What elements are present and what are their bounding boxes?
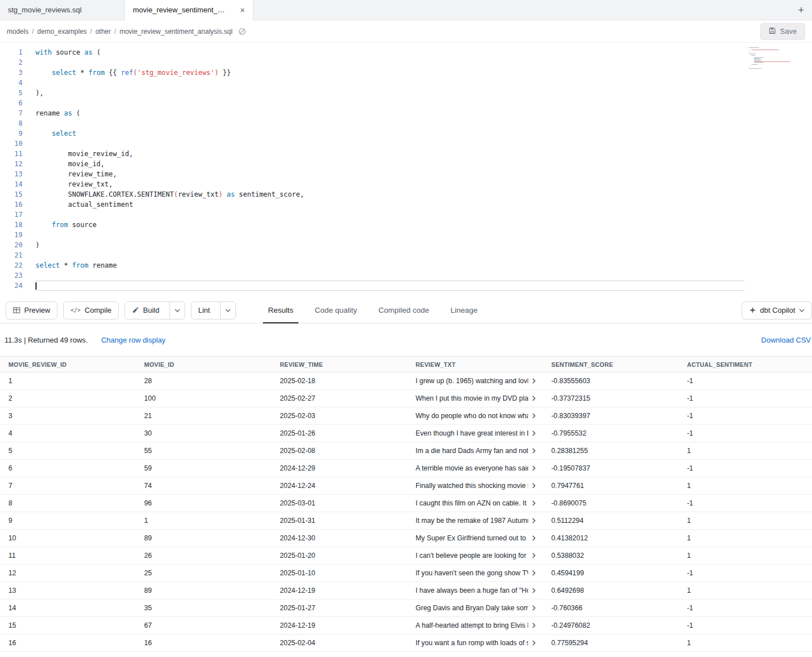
line-content: with source as ( — [35, 47, 101, 57]
cell-text: 2024-12-19 — [280, 622, 315, 629]
line-content: review_time, — [35, 169, 117, 179]
code-line[interactable]: 9 select — [0, 128, 812, 139]
code-line[interactable]: 24 — [0, 281, 812, 291]
cell-text: When I put this movie in my DVD playe… — [416, 394, 528, 402]
code-line[interactable]: 8 — [0, 118, 812, 128]
cell: My Super Ex Girlfriend turned out to b… — [407, 530, 543, 547]
code-line[interactable]: 2 — [0, 57, 812, 68]
expand-cell-icon[interactable] — [532, 483, 536, 489]
line-number: 11 — [0, 149, 23, 159]
code-line[interactable]: 5), — [0, 88, 812, 98]
code-line[interactable]: 4 — [0, 78, 812, 88]
dbt-copilot-button[interactable]: dbt Copilot — [742, 301, 812, 319]
breadcrumb: models/demo_examples/other/movie_review_… — [7, 28, 233, 35]
preview-button[interactable]: Preview — [6, 301, 57, 319]
cell: 2024-12-29 — [271, 460, 407, 477]
breadcrumb-item[interactable]: other — [95, 28, 110, 35]
build-button[interactable]: Build — [124, 301, 185, 319]
code-editor[interactable]: 1with source as (23 select * from {{ ref… — [0, 47, 812, 291]
breadcrumb-item[interactable]: movie_review_sentiment_analysis.sql — [119, 28, 233, 35]
cell: 1 — [679, 512, 812, 529]
code-line[interactable]: 3 select * from {{ ref('stg_movie_review… — [0, 68, 812, 78]
code-line[interactable]: 15 SNOWFLAKE.CORTEX.SENTIMENT(review_txt… — [0, 189, 812, 199]
download-csv-link[interactable]: Download CSV — [761, 336, 811, 344]
expand-cell-icon[interactable] — [532, 640, 536, 646]
table-row: 16162025-02-04If you want a fun romp wit… — [0, 634, 812, 652]
code-line[interactable]: 14 review_txt, — [0, 179, 812, 189]
cell: 7 — [0, 477, 136, 494]
cell: I grew up (b. 1965) watching and lovin… — [407, 372, 543, 389]
editor-pane[interactable]: 1with source as (23 select * from {{ ref… — [0, 43, 812, 298]
lint-button[interactable]: Lint — [191, 301, 236, 319]
compile-button[interactable]: </> Compile — [63, 301, 119, 319]
new-tab-button[interactable]: + — [798, 5, 804, 15]
cell: 2024-12-24 — [271, 477, 407, 494]
cell: 6 — [0, 460, 136, 477]
code-line[interactable]: 10 — [0, 139, 812, 149]
code-line[interactable]: 11 movie_review_id, — [0, 149, 812, 159]
cell-text: 8 — [8, 499, 12, 507]
expand-cell-icon[interactable] — [532, 500, 536, 506]
expand-cell-icon[interactable] — [532, 430, 536, 436]
editor-tab[interactable]: movie_review_sentiment_…× — [125, 0, 253, 20]
minimap[interactable] — [749, 47, 788, 71]
expand-cell-icon[interactable] — [532, 623, 536, 628]
editor-tab[interactable]: stg_movie_reviews.sql — [0, 0, 125, 20]
code-line[interactable]: 1with source as ( — [0, 47, 812, 57]
code-line[interactable]: 6 — [0, 98, 812, 108]
code-line[interactable]: 23 — [0, 270, 812, 281]
cell: 100 — [136, 390, 271, 407]
cell-text: 67 — [144, 622, 152, 629]
code-line[interactable]: 12 movie_id, — [0, 159, 812, 169]
compile-label: Compile — [84, 306, 111, 314]
line-number: 20 — [0, 240, 23, 250]
code-line[interactable]: 19 — [0, 230, 812, 240]
lint-dropdown-chevron-icon[interactable] — [220, 302, 235, 319]
code-line[interactable]: 13 review_time, — [0, 169, 812, 179]
expand-cell-icon[interactable] — [532, 605, 536, 611]
cell: -1 — [679, 617, 812, 634]
code-line[interactable]: 7rename as ( — [0, 108, 812, 118]
expand-cell-icon[interactable] — [532, 535, 536, 541]
code-line[interactable]: 21 — [0, 250, 812, 260]
cell-text: 21 — [144, 412, 152, 420]
expand-cell-icon[interactable] — [532, 465, 536, 471]
tab-results[interactable]: Results — [257, 298, 304, 323]
line-number: 17 — [0, 210, 23, 220]
code-line[interactable]: 17 — [0, 210, 812, 220]
save-button[interactable]: Save — [760, 23, 805, 40]
code-line[interactable]: 20) — [0, 240, 812, 250]
expand-cell-icon[interactable] — [532, 553, 536, 558]
breadcrumb-item[interactable]: demo_examples — [37, 28, 87, 35]
expand-cell-icon[interactable] — [532, 570, 536, 576]
expand-cell-icon[interactable] — [532, 518, 536, 523]
expand-cell-icon[interactable] — [532, 448, 536, 454]
code-line[interactable]: 18 from source — [0, 220, 812, 230]
tab-lineage[interactable]: Lineage — [440, 298, 488, 323]
expand-cell-icon[interactable] — [532, 396, 536, 401]
change-row-display-link[interactable]: Change row display — [101, 336, 166, 344]
build-main[interactable]: Build — [125, 302, 166, 319]
tab-compiled-code[interactable]: Compiled code — [368, 298, 440, 323]
cell: Why do people who do not know what… — [407, 407, 543, 424]
cell: A half-hearted attempt to bring Elvis P… — [407, 617, 543, 634]
copilot-label: dbt Copilot — [760, 306, 795, 314]
expand-cell-icon[interactable] — [532, 378, 536, 384]
close-tab-icon[interactable]: × — [240, 6, 245, 14]
code-line[interactable]: 16 actual_sentiment — [0, 199, 812, 210]
cell-text: Im a die hard Dads Army fan and nothi… — [416, 447, 528, 455]
expand-cell-icon[interactable] — [532, 588, 536, 593]
line-number: 22 — [0, 260, 23, 270]
tab-code-quality[interactable]: Code quality — [304, 298, 368, 323]
cell: 89 — [136, 530, 271, 547]
cell: 2025-01-31 — [271, 512, 407, 529]
save-icon — [769, 27, 776, 36]
expand-cell-icon[interactable] — [532, 413, 536, 419]
cell: 2024-12-21 — [271, 652, 407, 657]
lint-main[interactable]: Lint — [191, 302, 216, 319]
code-line[interactable]: 22select * from rename — [0, 260, 812, 270]
cell-text: It may be the remake of 1987 Autumn'… — [416, 517, 528, 525]
build-dropdown-chevron-icon[interactable] — [169, 302, 185, 319]
breadcrumb-item[interactable]: models — [7, 28, 29, 35]
line-number: 19 — [0, 230, 23, 240]
